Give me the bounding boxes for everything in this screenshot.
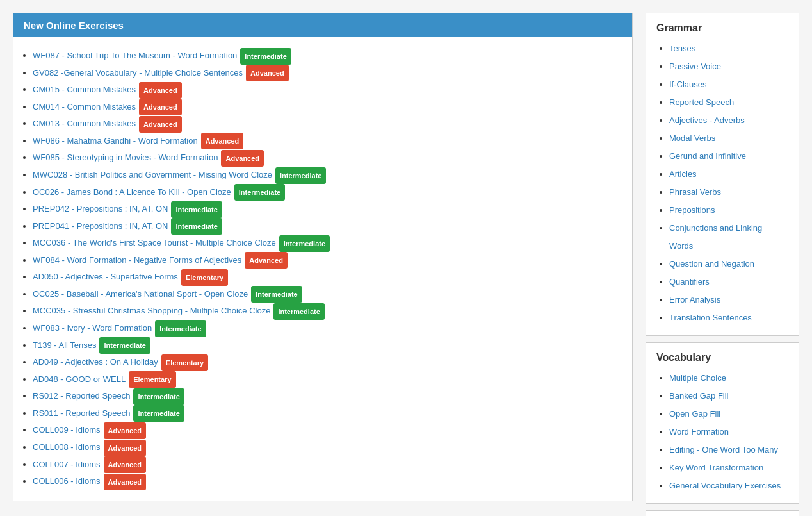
exercise-link[interactable]: MCC036 - The World's First Space Tourist… [33, 238, 276, 247]
level-badge: Advanced [104, 456, 147, 473]
level-badge: Elementary [181, 269, 228, 286]
list-item: Prepositions [669, 201, 788, 219]
list-item: Word Formation [669, 422, 788, 440]
exercise-link[interactable]: GV082 -General Vocabulary - Multiple Cho… [33, 68, 243, 78]
grammar-link[interactable]: Translation Sentences [669, 313, 752, 322]
exercise-link[interactable]: MWC028 - British Politics and Government… [33, 170, 272, 179]
level-badge: Intermediate [251, 286, 302, 303]
level-badge: Intermediate [133, 405, 184, 422]
vocabulary-link[interactable]: Word Formation [669, 427, 729, 437]
list-item: Error Analysis [669, 290, 788, 308]
level-badge: Advanced [139, 99, 182, 115]
list-item: WF084 - Word Formation - Negative Forms … [33, 252, 622, 269]
exercise-link[interactable]: COLL009 - Idioms [33, 425, 101, 435]
list-item: GV082 -General Vocabulary - Multiple Cho… [33, 65, 622, 82]
level-badge: Advanced [104, 474, 147, 490]
vocabulary-link[interactable]: Multiple Choice [669, 373, 726, 383]
writing-section: Writing [646, 510, 799, 516]
level-badge: Intermediate [171, 201, 222, 218]
grammar-title: Grammar [656, 22, 788, 34]
grammar-link[interactable]: Conjunctions and Linking Words [669, 223, 762, 251]
list-item: Editing - One Word Too Many [669, 440, 788, 458]
exercise-link[interactable]: AD049 - Adjectives : On A Holiday [33, 357, 158, 367]
level-badge: Intermediate [275, 167, 326, 184]
grammar-link[interactable]: Question and Negation [669, 259, 754, 269]
exercise-link[interactable]: T139 - All Tenses [33, 340, 96, 350]
vocabulary-link[interactable]: Open Gap Fill [669, 409, 720, 419]
exercises-header: New Online Exercises [13, 13, 632, 37]
exercise-link[interactable]: OC026 - James Bond : A Licence To Kill -… [33, 187, 231, 197]
list-item: Open Gap Fill [669, 404, 788, 422]
level-badge: Advanced [201, 133, 244, 149]
list-item: Multiple Choice [669, 369, 788, 387]
list-item: MCC036 - The World's First Space Tourist… [33, 235, 622, 252]
vocabulary-link[interactable]: Banked Gap Fill [669, 391, 729, 401]
list-item: CM014 - Common MistakesAdvanced [33, 99, 622, 116]
level-badge: Advanced [104, 440, 147, 456]
vocabulary-link[interactable]: Editing - One Word Too Many [669, 445, 778, 454]
grammar-link[interactable]: Modal Verbs [669, 133, 715, 143]
exercise-link[interactable]: AD048 - GOOD or WELL [33, 374, 126, 384]
exercise-link[interactable]: WF085 - Stereotyping in Movies - Word Fo… [33, 153, 218, 162]
list-item: Question and Negation [669, 254, 788, 272]
list-item: General Vocabulary Exercises [669, 476, 788, 494]
grammar-link[interactable]: Gerund and Infinitive [669, 151, 746, 161]
list-item: Phrasal Verbs [669, 183, 788, 201]
grammar-link[interactable]: If-Clauses [669, 79, 707, 89]
level-badge: Advanced [245, 252, 288, 269]
list-item: AD048 - GOOD or WELLElementary [33, 371, 622, 388]
grammar-link[interactable]: Tenses [669, 44, 695, 53]
list-item: COLL009 - IdiomsAdvanced [33, 422, 622, 439]
level-badge: Elementary [129, 371, 175, 388]
exercise-link[interactable]: CM015 - Common Mistakes [33, 85, 136, 94]
grammar-link[interactable]: Prepositions [669, 205, 715, 215]
exercise-link[interactable]: WF087 - School Trip To The Museum - Word… [33, 51, 237, 60]
grammar-link[interactable]: Passive Voice [669, 62, 721, 71]
list-item: T139 - All TensesIntermediate [33, 337, 622, 354]
exercise-link[interactable]: RS012 - Reported Speech [33, 391, 130, 401]
list-item: MWC028 - British Politics and Government… [33, 167, 622, 184]
exercise-link[interactable]: PREP042 - Prepositions : IN, AT, ON [33, 204, 168, 213]
list-item: OC026 - James Bond : A Licence To Kill -… [33, 184, 622, 201]
list-item: WF083 - Ivory - Word FormationIntermedia… [33, 320, 622, 337]
level-badge: Advanced [139, 116, 182, 133]
list-item: RS011 - Reported SpeechIntermediate [33, 405, 622, 422]
grammar-link[interactable]: Quantifiers [669, 277, 710, 287]
exercise-link[interactable]: CM014 - Common Mistakes [33, 102, 136, 112]
grammar-link[interactable]: Phrasal Verbs [669, 187, 721, 197]
exercises-title: New Online Exercises [24, 20, 124, 31]
list-item: RS012 - Reported SpeechIntermediate [33, 388, 622, 405]
grammar-link[interactable]: Error Analysis [669, 295, 720, 304]
list-item: COLL008 - IdiomsAdvanced [33, 439, 622, 456]
list-item: Quantifiers [669, 272, 788, 290]
list-item: OC025 - Baseball - America's National Sp… [33, 286, 622, 303]
exercise-link[interactable]: COLL008 - Idioms [33, 442, 101, 452]
level-badge: Intermediate [133, 388, 184, 405]
list-item: Key Word Transformation [669, 458, 788, 476]
exercise-link[interactable]: RS011 - Reported Speech [33, 408, 130, 418]
exercise-link[interactable]: MCC035 - Stressful Christmas Shopping - … [33, 306, 270, 315]
exercise-link[interactable]: COLL006 - Idioms [33, 476, 101, 486]
level-badge: Elementary [161, 354, 208, 371]
list-item: Reported Speech [669, 93, 788, 111]
list-item: Modal Verbs [669, 129, 788, 147]
level-badge: Intermediate [279, 235, 330, 252]
list-item: Articles [669, 165, 788, 183]
exercise-link[interactable]: COLL007 - Idioms [33, 460, 101, 469]
level-badge: Intermediate [99, 337, 150, 354]
exercise-link[interactable]: CM013 - Common Mistakes [33, 119, 136, 128]
exercise-link[interactable]: WF084 - Word Formation - Negative Forms … [33, 255, 241, 265]
list-item: Adjectives - Adverbs [669, 111, 788, 129]
exercise-link[interactable]: WF083 - Ivory - Word Formation [33, 323, 152, 333]
grammar-link[interactable]: Articles [669, 169, 697, 179]
exercise-link[interactable]: WF086 - Mahatma Gandhi - Word Formation [33, 136, 198, 146]
grammar-link[interactable]: Adjectives - Adverbs [669, 115, 745, 125]
grammar-link[interactable]: Reported Speech [669, 97, 734, 107]
exercise-link[interactable]: OC025 - Baseball - America's National Sp… [33, 289, 248, 299]
list-item: AD050 - Adjectives - Superlative FormsEl… [33, 269, 622, 286]
vocabulary-link[interactable]: Key Word Transformation [669, 463, 763, 472]
exercise-link[interactable]: PREP041 - Prepositions : IN, AT, ON [33, 221, 168, 231]
level-badge: Advanced [246, 65, 289, 81]
exercise-link[interactable]: AD050 - Adjectives - Superlative Forms [33, 272, 178, 281]
vocabulary-link[interactable]: General Vocabulary Exercises [669, 481, 781, 490]
